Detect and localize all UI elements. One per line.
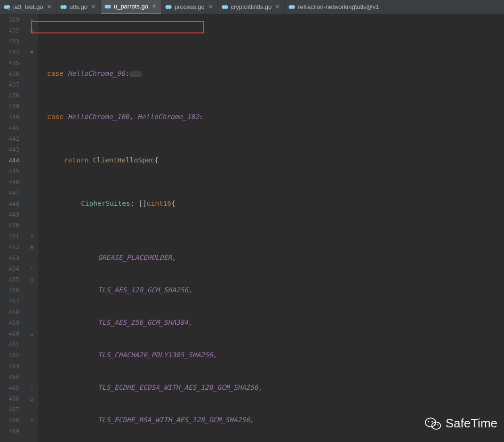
tab-label: crypto\tls\tls.go bbox=[231, 3, 272, 10]
fold-gutter-row bbox=[26, 101, 37, 112]
go-file-icon bbox=[222, 4, 228, 10]
line-number: 453 bbox=[0, 252, 19, 263]
fold-gutter-row bbox=[26, 79, 37, 90]
line-number: 464 bbox=[0, 371, 19, 382]
line-number: 440 bbox=[0, 112, 19, 122]
line-number: 468 bbox=[0, 415, 19, 426]
close-icon[interactable]: ✕ bbox=[152, 3, 156, 9]
fold-gutter-row[interactable]: └ bbox=[26, 231, 37, 241]
watermark: SafeTime bbox=[425, 416, 497, 431]
tab-refraction[interactable]: refraction-networking\utls@v1 bbox=[285, 0, 384, 14]
line-number: 432 bbox=[0, 25, 19, 36]
cipher-const: TLS_AES_128_GCM_SHA256 bbox=[98, 286, 188, 294]
tab-crypto-tls[interactable]: crypto\tls\tls.go ✕ bbox=[218, 0, 285, 14]
tab-process[interactable]: process.go ✕ bbox=[161, 0, 218, 14]
fold-gutter-row bbox=[26, 317, 37, 328]
svg-point-8 bbox=[168, 5, 172, 9]
code-area[interactable]: case HelloChrome_96:... case HelloChrome… bbox=[38, 14, 504, 442]
fold-gutter-row bbox=[26, 426, 37, 436]
fold-gutter-row bbox=[26, 350, 37, 361]
cipher-const: TLS_AES_256_GCM_SHA384 bbox=[98, 319, 188, 326]
fold-collapse-icon[interactable]: ⊟ bbox=[30, 50, 33, 55]
fold-gutter-row[interactable]: ⊟ bbox=[26, 328, 37, 339]
svg-point-16 bbox=[431, 421, 432, 422]
watermark-text: SafeTime bbox=[446, 416, 497, 431]
cipher-const: TLS_CHACHA20_POLY1305_SHA256 bbox=[98, 351, 213, 359]
fold-end-icon: └ bbox=[30, 234, 33, 239]
fold-gutter-row bbox=[26, 220, 37, 231]
keyword-case: case bbox=[47, 70, 64, 77]
go-file-icon bbox=[4, 4, 10, 10]
svg-point-6 bbox=[107, 5, 111, 8]
line-number: 437 bbox=[0, 79, 19, 90]
fold-expand-icon[interactable]: ⊞ bbox=[30, 17, 33, 23]
tab-label: refraction-networking\utls@v1 bbox=[298, 3, 379, 10]
go-file-icon bbox=[288, 4, 295, 10]
line-number: 455 bbox=[0, 274, 19, 285]
svg-point-4 bbox=[63, 5, 66, 9]
fold-gutter-row[interactable]: ⊟ bbox=[26, 274, 37, 285]
fold-collapse-icon[interactable]: ⊟ bbox=[30, 245, 33, 250]
tab-label: ja3_test.go bbox=[13, 3, 43, 10]
line-number: 465 bbox=[0, 382, 19, 393]
line-number: 449 bbox=[0, 209, 19, 220]
fold-gutter-row bbox=[26, 57, 37, 68]
fold-collapse-icon[interactable]: ⊟ bbox=[30, 331, 33, 337]
type-name: ClientHelloSpec bbox=[93, 156, 154, 164]
fold-gutter-row bbox=[26, 296, 37, 306]
line-number: 454 bbox=[0, 263, 19, 274]
type: uint16 bbox=[147, 200, 171, 207]
fold-gutter-row bbox=[26, 36, 37, 47]
go-file-icon bbox=[165, 4, 172, 10]
field: CipherSuites bbox=[81, 200, 130, 207]
cipher-const: TLS_ECDHE_RSA_WITH_AES_128_GCM_SHA256 bbox=[98, 416, 250, 424]
fold-gutter-row[interactable]: ⊟ bbox=[26, 393, 37, 404]
fold-gutter-row[interactable]: └ bbox=[26, 415, 37, 426]
close-icon[interactable]: ✕ bbox=[275, 4, 280, 10]
line-number: 442 bbox=[0, 133, 19, 144]
fold-gutter-row bbox=[26, 112, 37, 122]
fold-gutter-row bbox=[26, 122, 37, 133]
close-icon[interactable]: ✕ bbox=[208, 4, 213, 10]
fold-gutter-row[interactable]: ⊞ bbox=[26, 14, 37, 25]
fold-gutter-row bbox=[26, 361, 37, 371]
line-number: 435 bbox=[0, 57, 19, 68]
tab-label: u_parrots.go bbox=[114, 3, 148, 10]
keyword-return: return bbox=[64, 156, 88, 164]
fold-gutter-row[interactable]: └ bbox=[26, 263, 37, 274]
fold-collapse-icon[interactable]: ⊟ bbox=[30, 277, 33, 282]
line-number: 451 bbox=[0, 231, 19, 241]
fold-gutter[interactable]: ⊞⊟⊟└⊟└⊟⊟└⊟└ bbox=[26, 14, 38, 442]
line-number: 446 bbox=[0, 177, 19, 187]
fold-gutter-row[interactable]: ⊟ bbox=[26, 25, 37, 36]
svg-point-17 bbox=[434, 424, 435, 426]
tab-utls[interactable]: utls.go ✕ bbox=[56, 0, 101, 14]
fold-gutter-row bbox=[26, 252, 37, 263]
fold-gutter-row bbox=[26, 144, 37, 155]
tab-ja3-test[interactable]: ja3_test.go ✕ bbox=[0, 0, 56, 14]
line-number: 466 bbox=[0, 393, 19, 404]
line-number-gutter: 3594324334344354364374384394404414424434… bbox=[0, 14, 26, 442]
line-number: 439 bbox=[0, 101, 19, 112]
fold-gutter-row bbox=[26, 209, 37, 220]
line-number: 433 bbox=[0, 36, 19, 47]
svg-point-10 bbox=[224, 5, 228, 9]
line-number: 434 bbox=[0, 47, 19, 57]
close-icon[interactable]: ✕ bbox=[91, 4, 96, 10]
case-value: HelloChrome_96 bbox=[68, 70, 125, 77]
line-number: 448 bbox=[0, 198, 19, 209]
code-editor[interactable]: 3594324334344354364374384394404414424434… bbox=[0, 14, 504, 442]
line-number: 450 bbox=[0, 220, 19, 231]
fold-gutter-row[interactable]: └ bbox=[26, 382, 37, 393]
svg-point-18 bbox=[437, 424, 439, 426]
fold-collapse-icon[interactable]: ⊟ bbox=[30, 396, 33, 402]
fold-collapse-icon[interactable]: ⊟ bbox=[30, 28, 33, 33]
tab-u-parrots[interactable]: u_parrots.go ✕ bbox=[101, 0, 161, 14]
line-number: 359 bbox=[0, 14, 19, 25]
line-number: 458 bbox=[0, 306, 19, 317]
fold-gutter-row[interactable]: ⊟ bbox=[26, 47, 37, 57]
line-number: 447 bbox=[0, 187, 19, 198]
close-icon[interactable]: ✕ bbox=[47, 4, 51, 10]
line-number: 457 bbox=[0, 296, 19, 306]
fold-gutter-row[interactable]: ⊟ bbox=[26, 241, 37, 252]
